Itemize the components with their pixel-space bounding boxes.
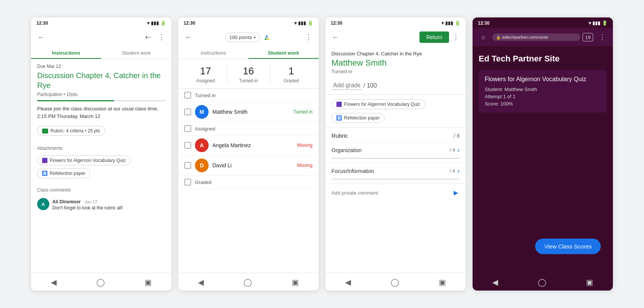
grade-row: / 100 xyxy=(325,78,466,95)
graded-count: 1 xyxy=(270,65,313,77)
back-button-3[interactable]: ← xyxy=(328,30,342,44)
time-3: 12:30 xyxy=(331,20,342,26)
home-icon[interactable]: ⌂ xyxy=(476,30,490,44)
wifi-icon-4: ▾ xyxy=(589,20,591,26)
section-assigned-label: Assigned xyxy=(195,126,215,132)
more-button-1[interactable]: ⋮ xyxy=(155,30,168,44)
nav-recent-4[interactable]: ▣ xyxy=(578,276,601,288)
checkbox-section-graded[interactable] xyxy=(184,179,191,185)
checkbox-section-assigned[interactable] xyxy=(184,125,191,132)
assigned-label: Assigned xyxy=(196,78,215,83)
grade-input[interactable] xyxy=(331,81,362,90)
wifi-icon-2: ▾ xyxy=(294,20,297,26)
more-button-2[interactable]: ⋮ xyxy=(302,30,316,44)
rubric-item1-pts: / 4 xyxy=(450,147,455,153)
tab-student-work-1[interactable]: Student work xyxy=(101,46,171,59)
chevron-right-2: › xyxy=(457,167,460,175)
student-row-matthew[interactable]: M Matthew Smith Turned in xyxy=(178,102,319,122)
view-class-scores-button[interactable]: View Class Scores xyxy=(535,239,601,254)
signal-icon: ▮▮▮ xyxy=(151,20,159,26)
more-button-4[interactable]: ⋮ xyxy=(595,30,609,44)
back-button-2[interactable]: ← xyxy=(181,30,195,44)
screen2-content: 17 Assigned 16 Turned in 1 Graded Turned… xyxy=(178,59,319,273)
points-label: 100 points xyxy=(229,35,252,40)
toolbar-2: ← 100 points ▾ ⋮ xyxy=(178,28,319,46)
student-name-3: Matthew Smith xyxy=(325,57,466,69)
turned-in-count: 16 xyxy=(227,65,270,77)
wifi-icon: ▾ xyxy=(147,20,149,26)
quiz-chip[interactable]: Flowers for Algernon Vocabulary Quiz xyxy=(37,156,131,165)
rubric-chip[interactable]: Rubric: 4 criteria • 25 pts xyxy=(37,126,105,136)
student-row-angela[interactable]: A Angela Martinez Missing xyxy=(178,135,319,156)
rubric-item-1[interactable]: Organization / 4 › xyxy=(325,142,466,156)
nav-recent-3[interactable]: ▣ xyxy=(431,276,454,288)
phone-screen-4: 12:30 ▾ ▮▮▮ 🔋 ⌂ 🔒 edtechpartner.com/cont… xyxy=(473,17,613,291)
checkbox-david[interactable] xyxy=(184,162,191,169)
avatar-matthew: M xyxy=(195,105,209,119)
drive-button[interactable] xyxy=(261,32,272,42)
section-header-graded: Graded xyxy=(178,176,319,189)
nav-home-3[interactable]: ◯ xyxy=(383,276,407,288)
site-title: Ed Tech Partner Site xyxy=(473,46,613,70)
tab-student-work-2[interactable]: Student work xyxy=(248,46,319,59)
checkbox-angela[interactable] xyxy=(184,142,191,149)
send-button[interactable]: ► xyxy=(452,189,460,197)
quiz-icon-3 xyxy=(336,102,342,107)
checkbox-section-turned[interactable] xyxy=(184,92,191,99)
phone-screen-3: 12:30 ▾ ▮▮▮ 🔋 ← Return ⋮ Discussion Chap… xyxy=(325,17,466,291)
quiz-title: Flowers for Algernon Vocabulary Quiz xyxy=(485,76,601,83)
url-bar[interactable]: 🔒 edtechpartner.com/conte xyxy=(492,33,580,41)
tabs-1: Instructions Student work xyxy=(31,46,171,59)
doc-chip[interactable]: Refelection paper xyxy=(37,168,90,178)
rubric-bar-2 xyxy=(331,179,460,180)
nav-back-4[interactable]: ◀ xyxy=(485,276,506,288)
doc-chip-3[interactable]: Refelection paper xyxy=(331,113,385,123)
nav-back-3[interactable]: ◀ xyxy=(338,276,358,288)
tab-instructions-1[interactable]: Instructions xyxy=(31,46,101,59)
rubric-item2-pts: / 4 xyxy=(450,168,455,174)
nav-recent[interactable]: ▣ xyxy=(137,276,159,288)
points-chip[interactable]: 100 points ▾ xyxy=(225,33,260,42)
rubric-item-2[interactable]: Focus/Information / 4 › xyxy=(325,163,466,176)
status-icons-2: ▾ ▮▮▮ 🔋 xyxy=(294,20,313,26)
assignment-subtitle: Participation • 10pts xyxy=(31,92,171,100)
status-bar-1: 12:30 ▾ ▮▮▮ 🔋 xyxy=(31,17,171,28)
nav-home-2[interactable]: ◯ xyxy=(236,276,259,288)
tabs-button[interactable]: 19 xyxy=(583,33,593,41)
signal-icon-3: ▮▮▮ xyxy=(445,20,453,26)
nav-home-4[interactable]: ◯ xyxy=(530,276,554,288)
checkbox-matthew[interactable] xyxy=(184,108,191,115)
section-header-turned-in: Turned in xyxy=(178,89,319,102)
comment-date: Jun 17 xyxy=(85,200,97,204)
nav-home[interactable]: ◯ xyxy=(89,276,112,288)
more-button-3[interactable]: ⋮ xyxy=(449,30,463,44)
student-row-david[interactable]: D David Li Missing xyxy=(178,156,319,176)
commenter-avatar: A xyxy=(37,198,49,210)
private-comment-input[interactable] xyxy=(331,190,449,196)
assignment-desc: Please join the class discussion at our … xyxy=(31,105,171,125)
rubric-item2-right: / 4 › xyxy=(450,167,460,175)
battery-icon-4: 🔋 xyxy=(602,20,608,26)
attempt-detail: Attempt 1 of 1 xyxy=(485,94,601,99)
back-button-1[interactable]: ← xyxy=(34,30,48,44)
nav-back-2[interactable]: ◀ xyxy=(190,276,211,288)
battery-icon: 🔋 xyxy=(160,20,166,26)
tab-instructions-2[interactable]: Instructions xyxy=(178,46,248,59)
rubric-item2-name: Focus/Information xyxy=(331,168,374,174)
section-turned-in-label: Turned in xyxy=(195,93,215,98)
graded-label: Graded xyxy=(284,78,299,83)
quiz-chip-label-3: Flowers for Algernon Vocabulary Quiz xyxy=(344,102,420,107)
nav-recent-2[interactable]: ▣ xyxy=(284,276,306,288)
quiz-chip-3[interactable]: Flowers for Algernon Vocabulary Quiz xyxy=(331,99,425,109)
nav-bar-3: ◀ ◯ ▣ xyxy=(325,273,466,291)
nav-back[interactable]: ◀ xyxy=(43,276,64,288)
rubric-chip-label: Rubric: 4 criteria • 25 pts xyxy=(50,128,100,134)
battery-icon-2: 🔋 xyxy=(308,20,313,26)
attachments-3: Flowers for Algernon Vocabulary Quiz Ref… xyxy=(325,95,466,127)
share-button-1[interactable]: ⇠ xyxy=(141,30,155,44)
status-bar-3: 12:30 ▾ ▮▮▮ 🔋 xyxy=(325,17,466,28)
phone-screen-2: 12:30 ▾ ▮▮▮ 🔋 ← 100 points ▾ xyxy=(178,17,319,291)
return-button[interactable]: Return xyxy=(419,31,449,43)
comments-label: Class comments xyxy=(31,183,171,195)
student-name-david: David Li xyxy=(212,162,293,168)
